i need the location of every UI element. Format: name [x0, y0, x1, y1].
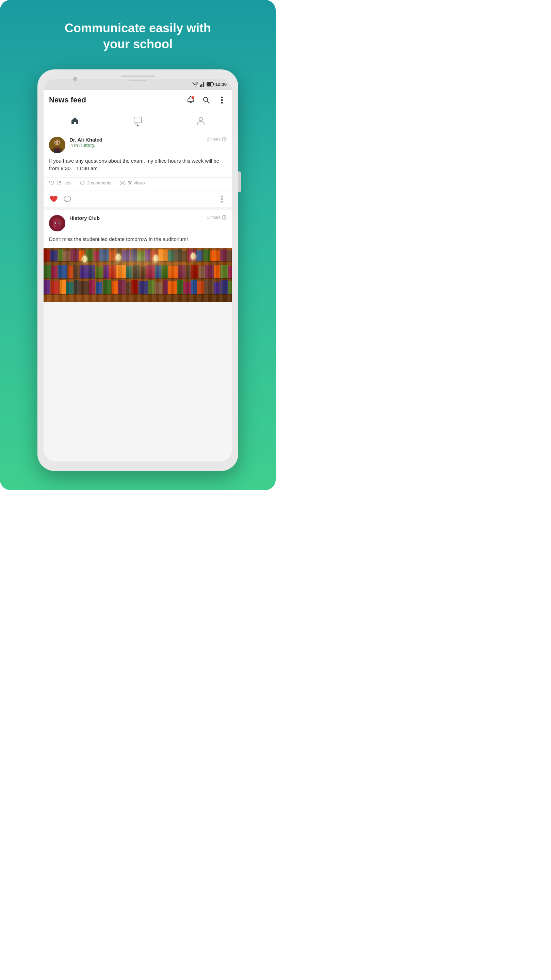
svg-rect-79: [109, 266, 116, 278]
svg-rect-81: [126, 266, 132, 278]
svg-point-130: [115, 256, 123, 264]
svg-rect-93: [214, 266, 220, 278]
svg-point-18: [56, 142, 56, 143]
nav-home[interactable]: [63, 113, 86, 128]
svg-rect-122: [43, 248, 232, 302]
svg-rect-61: [168, 250, 174, 261]
svg-point-125: [81, 254, 88, 264]
svg-rect-42: [43, 278, 232, 279]
svg-rect-113: [168, 281, 177, 294]
svg-rect-119: [214, 282, 220, 294]
comment-bubble-icon: [63, 194, 72, 204]
svg-rect-120: [221, 280, 228, 294]
views-count: 50 views: [127, 180, 145, 185]
heart-outline-icon: [49, 180, 54, 186]
nav-profile[interactable]: [189, 113, 212, 128]
svg-rect-118: [204, 280, 214, 294]
poster-subject-1: in History.: [74, 143, 96, 148]
svg-point-138: [189, 255, 197, 263]
svg-point-8: [221, 96, 223, 98]
svg-rect-115: [183, 282, 191, 294]
svg-rect-50: [86, 250, 93, 261]
svg-point-10: [221, 102, 223, 103]
person-icon: [196, 116, 205, 126]
svg-rect-75: [80, 266, 89, 278]
svg-rect-70: [43, 265, 51, 278]
more-vert-icon: [221, 96, 223, 104]
svg-rect-108: [131, 280, 138, 294]
svg-rect-43: [43, 294, 232, 295]
nav-chat[interactable]: [126, 113, 150, 128]
svg-rect-85: [155, 266, 161, 278]
clock-icon-2: [222, 215, 227, 220]
svg-point-137: [190, 251, 197, 261]
like-button-1[interactable]: [49, 194, 59, 204]
svg-rect-89: [185, 266, 191, 278]
more-button[interactable]: [217, 95, 227, 105]
svg-rect-4: [190, 102, 192, 103]
svg-rect-100: [74, 280, 79, 294]
svg-point-25: [80, 181, 84, 185]
signal-icon: [200, 82, 205, 87]
comments-count: 2 comments: [87, 180, 111, 185]
notification-button[interactable]: [186, 95, 195, 105]
chat-dot: [137, 124, 139, 126]
svg-rect-105: [111, 281, 118, 294]
svg-text:C: C: [54, 225, 56, 228]
svg-rect-0: [200, 85, 201, 87]
svg-rect-99: [66, 282, 73, 294]
search-icon: [202, 96, 210, 104]
svg-rect-91: [199, 266, 205, 278]
svg-point-128: [116, 254, 121, 261]
svg-point-124: [82, 256, 87, 262]
svg-rect-65: [196, 250, 202, 261]
svg-rect-2: [203, 82, 204, 87]
app-bar: News feed: [43, 90, 232, 110]
poster-name-1: Dr. Ali Khaled: [69, 137, 227, 143]
svg-rect-53: [109, 250, 116, 261]
svg-rect-46: [58, 250, 63, 261]
svg-rect-98: [60, 280, 66, 294]
svg-rect-3: [204, 82, 205, 87]
post-header-1: Dr. Ali Khaled in in History. 2 hours: [43, 132, 232, 156]
svg-rect-107: [126, 282, 131, 294]
svg-rect-72: [58, 265, 67, 278]
home-icon: [70, 116, 80, 126]
search-button[interactable]: [201, 95, 211, 105]
comments-stat: 2 comments: [80, 180, 111, 186]
status-icons: 12:30: [192, 82, 227, 87]
svg-rect-63: [182, 251, 187, 261]
likes-count: 15 likes: [56, 180, 72, 185]
poster-name-2: History Club: [69, 215, 227, 221]
svg-rect-1: [201, 84, 202, 87]
bottom-nav: [43, 110, 232, 132]
svg-point-19: [58, 142, 59, 143]
svg-rect-47: [63, 251, 70, 261]
news-feed: Dr. Ali Khaled in in History. 2 hours: [43, 132, 232, 461]
post-body-2: Don't miss the student led debate tomorr…: [43, 234, 232, 248]
headline: Communicate easily with your school: [44, 21, 231, 52]
side-button: [238, 172, 241, 192]
svg-line-39: [224, 218, 225, 218]
status-time: 12:30: [215, 82, 227, 87]
svg-rect-77: [96, 266, 103, 278]
svg-point-133: [153, 253, 159, 263]
svg-rect-86: [161, 265, 168, 278]
svg-point-30: [221, 195, 223, 197]
likes-stat: 15 likes: [49, 180, 72, 186]
comment-button-1[interactable]: [63, 194, 72, 204]
library-svg: [43, 248, 232, 302]
svg-point-32: [221, 201, 223, 202]
phone-frame: 12:30 News feed: [37, 69, 238, 471]
svg-rect-87: [169, 266, 178, 278]
battery-fill: [207, 83, 211, 86]
svg-rect-80: [116, 265, 126, 278]
status-bar: 12:30: [43, 79, 232, 90]
svg-rect-102: [89, 280, 95, 294]
post-more-button-1[interactable]: [217, 194, 227, 204]
svg-rect-51: [94, 251, 99, 261]
svg-point-12: [199, 118, 202, 121]
clock-icon-1: [222, 137, 227, 142]
notification-icon: [186, 96, 195, 104]
svg-rect-68: [220, 250, 227, 261]
